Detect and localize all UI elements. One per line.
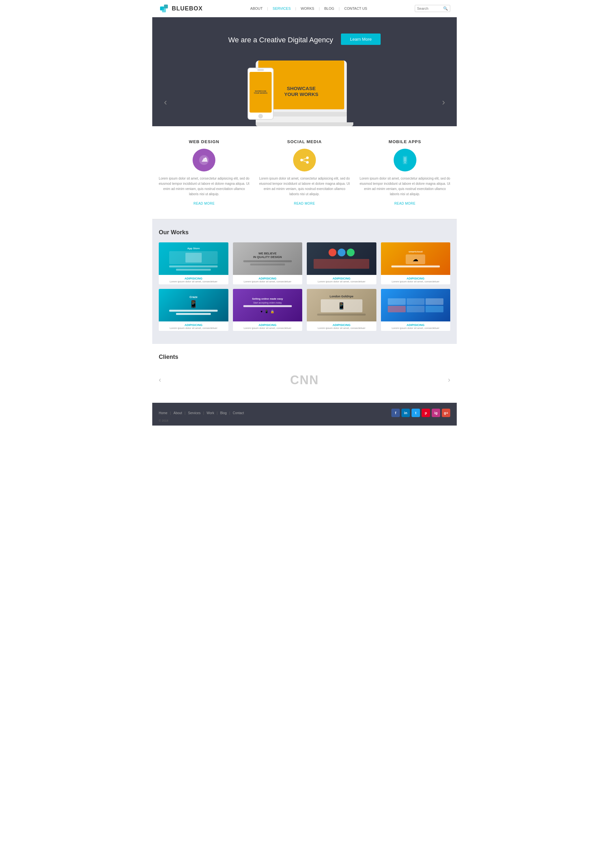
work-4-desc: Lorem ipsum dolor sit amet, consectetuer — [384, 280, 448, 283]
logo-icon — [159, 3, 169, 14]
svg-point-4 — [205, 158, 206, 160]
phone-device: SHOWCASEYOUR WORKS — [248, 68, 274, 120]
svg-rect-1 — [164, 5, 168, 8]
svg-rect-2 — [162, 8, 166, 12]
service-mobile-apps: MOBILE APPS Lorem ipsum dolor sit amet, … — [360, 139, 450, 206]
nav-blog[interactable]: BLOG — [322, 6, 337, 11]
svg-line-9 — [302, 160, 307, 162]
work-8-title: ADIPISICING — [384, 323, 448, 327]
footer-link-blog[interactable]: Blog — [220, 411, 227, 415]
footer-links: Home | About | Services | Work | Blog | … — [159, 411, 244, 415]
pinterest-button[interactable]: p — [421, 409, 430, 417]
service-title-web: WEB DESIGN — [159, 139, 249, 144]
client-cnn-logo: CNN — [290, 373, 319, 387]
hero-next-arrow[interactable]: › — [442, 97, 445, 107]
work-1-title: ADIPISICING — [161, 277, 226, 280]
nav-contact[interactable]: CONTACT US — [342, 6, 370, 11]
footer-link-about[interactable]: About — [174, 411, 182, 415]
facebook-button[interactable]: f — [391, 409, 400, 417]
work-item-7[interactable]: London GoldApe 📱 ADIPISICING Lorem ipsum… — [307, 289, 377, 331]
work-item-8[interactable]: ADIPISICING Lorem ipsum dolor sit amet, … — [381, 289, 451, 331]
clients-section: Clients ‹ CNN › — [152, 344, 457, 403]
instagram-button[interactable]: ig — [432, 409, 440, 417]
service-icon-mobile — [394, 149, 417, 172]
service-icon-web — [192, 149, 215, 172]
our-works-title: Our Works — [159, 229, 450, 236]
footer-link-home[interactable]: Home — [159, 411, 167, 415]
footer-social: f in t p ig g+ — [391, 409, 450, 417]
read-more-social[interactable]: READ MORE — [294, 202, 315, 205]
main-nav: ABOUT | SERVICES | WORKS | BLOG | CONTAC… — [248, 6, 370, 11]
work-2-desc: Lorem ipsum dolor sit amet, consectetuer — [236, 280, 300, 283]
work-4-title: ADIPISICING — [384, 277, 448, 280]
logo-area: BLUEBOX — [159, 3, 203, 14]
search-icon[interactable]: 🔍 — [443, 6, 448, 11]
service-title-social: SOCIAL MEDIA — [259, 139, 350, 144]
service-desc-web: Lorem ipsum dolor sit amet, consectetur … — [159, 176, 249, 197]
work-item-3[interactable]: ADIPISICING Lorem ipsum dolor sit amet, … — [307, 242, 377, 284]
work-5-title: ADIPISICING — [161, 323, 226, 327]
work-1-desc: Lorem ipsum dolor sit amet, consectetuer — [161, 280, 226, 283]
copyright: © 2018 — [159, 419, 450, 422]
service-web-design: WEB DESIGN Lorem ipsum dolor sit amet, c… — [159, 139, 249, 206]
work-6-title: ADIPISICING — [236, 323, 300, 327]
footer-link-services[interactable]: Services — [188, 411, 200, 415]
header: BLUEBOX ABOUT | SERVICES | WORKS | BLOG … — [152, 0, 457, 17]
clients-prev-arrow[interactable]: ‹ — [159, 376, 161, 384]
search-input[interactable] — [417, 6, 443, 11]
work-item-2[interactable]: WE BELIEVEIN QUALITY DESIGN ADIPISICING … — [233, 242, 302, 284]
clients-next-arrow[interactable]: › — [448, 376, 450, 384]
logo-text: BLUEBOX — [172, 5, 203, 12]
work-6-desc: Lorem ipsum dolor sit amet, consectetuer — [236, 327, 300, 330]
showcase-text: SHOWCASEYOUR WORKS — [284, 85, 319, 97]
linkedin-button[interactable]: in — [401, 409, 410, 417]
hero-section: We are a Creative Digital Agency Learn M… — [152, 17, 457, 126]
work-3-title: ADIPISICING — [309, 277, 374, 280]
work-item-6[interactable]: Selling online made easy Start accepting… — [233, 289, 302, 331]
read-more-mobile[interactable]: READ MORE — [394, 202, 415, 205]
service-title-mobile: MOBILE APPS — [360, 139, 450, 144]
services-section: WEB DESIGN Lorem ipsum dolor sit amet, c… — [152, 126, 457, 219]
footer-link-work[interactable]: Work — [206, 411, 214, 415]
footer-nav: Home | About | Services | Work | Blog | … — [159, 409, 450, 417]
clients-carousel: ‹ CNN › — [159, 367, 450, 393]
service-desc-social: Lorem ipsum dolor sit amet, consectetur … — [259, 176, 350, 197]
service-icon-social — [293, 149, 316, 172]
work-8-desc: Lorem ipsum dolor sit amet, consectetuer — [384, 327, 448, 330]
nav-works[interactable]: WORKS — [298, 6, 317, 11]
work-item-1[interactable]: App Store ADIPISICING Lorem ipsum dolor … — [159, 242, 228, 284]
service-social-media: SOCIAL MEDIA Lorem ipsum dolor sit amet,… — [259, 139, 350, 206]
our-works-section: Our Works App Store ADIPISICING Lorem ip… — [152, 219, 457, 344]
twitter-button[interactable]: t — [412, 409, 420, 417]
google-plus-button[interactable]: g+ — [442, 409, 450, 417]
work-item-4[interactable]: smartcloud ☁ ADIPISICING Lorem ipsum dol… — [381, 242, 451, 284]
svg-line-8 — [302, 158, 307, 160]
hero-prev-arrow[interactable]: ‹ — [164, 97, 167, 107]
nav-services[interactable]: SERVICES — [270, 6, 293, 11]
services-grid: WEB DESIGN Lorem ipsum dolor sit amet, c… — [159, 139, 450, 206]
service-desc-mobile: Lorem ipsum dolor sit amet, consectetur … — [360, 176, 450, 197]
footer-link-contact[interactable]: Contact — [232, 411, 244, 415]
nav-about[interactable]: ABOUT — [248, 6, 265, 11]
work-7-desc: Lorem ipsum dolor sit amet, consectetuer — [309, 327, 374, 330]
work-2-title: ADIPISICING — [236, 277, 300, 280]
works-grid: App Store ADIPISICING Lorem ipsum dolor … — [159, 242, 450, 331]
search-box: 🔍 — [415, 5, 450, 12]
footer: Home | About | Services | Work | Blog | … — [152, 403, 457, 426]
svg-rect-11 — [404, 157, 406, 162]
work-item-5[interactable]: Craze 📱 ADIPISICING Lorem ipsum dolor si… — [159, 289, 228, 331]
work-5-desc: Lorem ipsum dolor sit amet, consectetuer — [161, 327, 226, 330]
learn-more-button[interactable]: Learn More — [341, 34, 381, 45]
work-3-desc: Lorem ipsum dolor sit amet, consectetuer — [309, 280, 374, 283]
svg-point-12 — [404, 162, 405, 163]
hero-title: We are a Creative Digital Agency — [228, 36, 333, 44]
work-7-title: ADIPISICING — [309, 323, 374, 327]
read-more-web[interactable]: READ MORE — [194, 202, 215, 205]
phone-showcase-text: SHOWCASEYOUR WORKS — [254, 90, 267, 94]
clients-title: Clients — [159, 353, 450, 361]
